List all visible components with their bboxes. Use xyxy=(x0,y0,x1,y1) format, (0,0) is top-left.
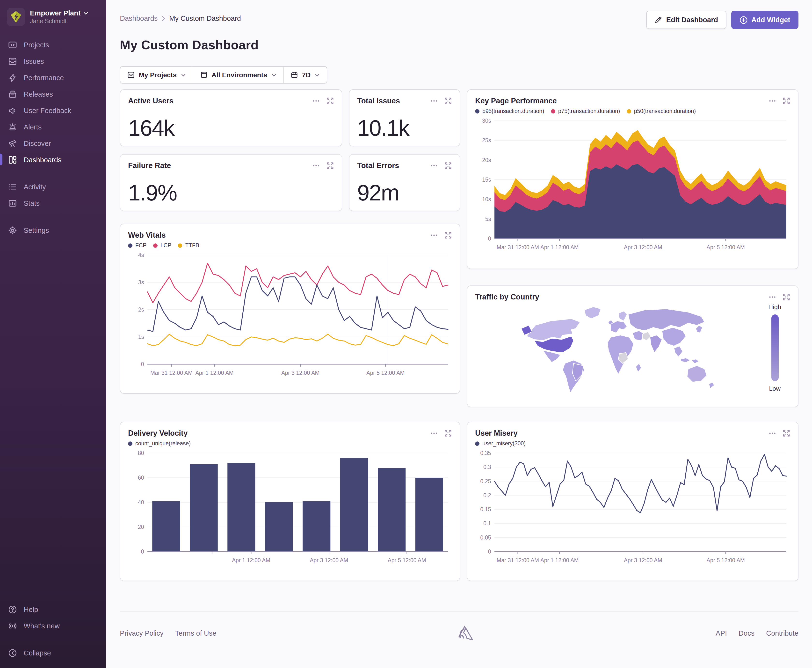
legend-label: TTFB xyxy=(185,242,199,248)
sidebar-item-user-feedback[interactable]: User Feedback xyxy=(0,102,106,119)
widget-menu-icon[interactable] xyxy=(430,231,439,240)
svg-text:0: 0 xyxy=(488,235,491,242)
sidebar-item-performance[interactable]: Performance xyxy=(0,70,106,86)
widget-title: Total Issues xyxy=(357,97,400,105)
sidebar-item-activity[interactable]: Activity xyxy=(0,179,106,195)
sentry-logo[interactable] xyxy=(458,625,474,641)
legend-dot xyxy=(551,109,555,113)
widget-menu-icon[interactable] xyxy=(768,293,777,301)
settings-icon xyxy=(8,225,17,235)
sidebar-item-help[interactable]: Help xyxy=(0,601,106,618)
sidebar-item-issues[interactable]: Issues xyxy=(0,53,106,70)
header-actions: Edit Dashboard Add Widget xyxy=(646,11,799,29)
legend-label: p75(transaction.duration) xyxy=(558,108,620,114)
sidebar-item-alerts[interactable]: Alerts xyxy=(0,119,106,135)
api-link[interactable]: API xyxy=(716,629,727,637)
sidebar-item-projects[interactable]: Projects xyxy=(0,37,106,53)
edit-dashboard-button[interactable]: Edit Dashboard xyxy=(646,11,726,29)
filter-bar: My Projects All Environments 7D xyxy=(120,66,327,84)
contribute-link[interactable]: Contribute xyxy=(766,629,799,637)
widget-menu-icon[interactable] xyxy=(312,97,320,105)
svg-text:0.1: 0.1 xyxy=(483,520,491,526)
widget-expand-icon[interactable] xyxy=(782,429,790,437)
sidebar-item-dashboards[interactable]: Dashboards xyxy=(0,152,106,168)
widget-menu-icon[interactable] xyxy=(430,161,439,170)
project-filter[interactable]: My Projects xyxy=(121,67,193,83)
widget-total-errors: Total Errors 92m xyxy=(349,154,460,211)
docs-link[interactable]: Docs xyxy=(738,629,755,637)
widget-expand-icon[interactable] xyxy=(782,97,790,105)
sidebar-item-label: Dashboards xyxy=(24,156,61,164)
map-legend-gradient xyxy=(771,314,779,381)
svg-text:Apr 5 12:00 AM: Apr 5 12:00 AM xyxy=(367,370,405,376)
privacy-policy-link[interactable]: Privacy Policy xyxy=(120,629,164,637)
widget-expand-icon[interactable] xyxy=(326,162,334,170)
user-misery-chart[interactable]: 00.050.10.150.20.250.30.35Mar 31 12:00 A… xyxy=(475,448,790,564)
date-range-filter[interactable]: 7D xyxy=(283,67,326,83)
widget-title: Total Errors xyxy=(357,161,399,170)
terms-of-use-link[interactable]: Terms of Use xyxy=(175,629,216,637)
svg-text:15s: 15s xyxy=(482,177,491,183)
sidebar-item-whats-new[interactable]: What's new xyxy=(0,618,106,634)
org-switcher[interactable]: Empower Plant Jane Schmidt xyxy=(0,0,106,35)
delivery-velocity-chart[interactable]: 020406080Apr 1 12:00 AMApr 3 12:00 AMApr… xyxy=(128,448,452,564)
svg-text:0: 0 xyxy=(488,548,491,555)
widget-menu-icon[interactable] xyxy=(768,97,777,105)
active-indicator xyxy=(0,154,2,165)
sidebar-item-collapse[interactable]: Collapse xyxy=(0,645,106,661)
svg-text:20s: 20s xyxy=(482,157,491,163)
projects-filter-icon xyxy=(127,71,135,79)
widget-expand-icon[interactable] xyxy=(444,429,452,437)
sidebar-item-releases[interactable]: Releases xyxy=(0,86,106,102)
stat-value: 92m xyxy=(357,180,452,206)
svg-text:0.05: 0.05 xyxy=(480,534,491,541)
breadcrumb-dashboards[interactable]: Dashboards xyxy=(120,15,157,22)
svg-text:30s: 30s xyxy=(482,118,491,124)
legend-label: LCP xyxy=(161,242,171,248)
legend-item: user_misery(300) xyxy=(475,441,526,446)
widget-expand-icon[interactable] xyxy=(444,97,452,105)
legend-item: FCP xyxy=(128,242,146,248)
web-vitals-chart[interactable]: 01s2s3s4sMar 31 12:00 AMApr 1 12:00 AMAp… xyxy=(128,250,452,377)
widget-user-misery: User Misery user_misery(300) 00.050.10.1… xyxy=(467,422,799,581)
widget-expand-icon[interactable] xyxy=(444,231,452,239)
svg-text:0: 0 xyxy=(141,361,144,367)
date-range-label: 7D xyxy=(302,71,311,79)
widget-menu-icon[interactable] xyxy=(430,97,439,105)
svg-text:2s: 2s xyxy=(138,306,144,313)
svg-text:Apr 1 12:00 AM: Apr 1 12:00 AM xyxy=(540,557,579,563)
legend-dot xyxy=(475,109,479,113)
country-indonesia-east xyxy=(691,359,699,364)
issues-icon xyxy=(8,57,17,66)
chevron-down-icon xyxy=(315,72,320,77)
widget-menu-icon[interactable] xyxy=(312,161,320,170)
add-widget-button[interactable]: Add Widget xyxy=(731,11,799,29)
svg-text:80: 80 xyxy=(138,450,144,456)
sidebar-item-label: What's new xyxy=(24,622,60,630)
svg-text:Apr 3 12:00 AM: Apr 3 12:00 AM xyxy=(624,244,662,250)
key-page-performance-chart[interactable]: 05s10s15s20s25s30sMar 31 12:00 AMApr 1 1… xyxy=(475,116,790,251)
svg-text:4s: 4s xyxy=(138,252,144,258)
widget-expand-icon[interactable] xyxy=(326,97,334,105)
calendar-icon xyxy=(290,71,298,79)
breadcrumb-current: My Custom Dashboard xyxy=(169,15,241,22)
sidebar-item-settings[interactable]: Settings xyxy=(0,222,106,239)
widget-menu-icon[interactable] xyxy=(430,429,439,438)
world-map[interactable] xyxy=(475,302,759,395)
nav-divider xyxy=(0,168,106,179)
environment-filter[interactable]: All Environments xyxy=(193,67,283,83)
svg-text:10s: 10s xyxy=(482,196,491,202)
widget-web-vitals: Web Vitals FCP LCP TTFB 01s2s3s4sMar 31 … xyxy=(120,224,460,394)
svg-text:Apr 3 12:00 AM: Apr 3 12:00 AM xyxy=(281,370,320,376)
map-legend-low: Low xyxy=(769,385,780,392)
widget-expand-icon[interactable] xyxy=(782,293,790,301)
window-icon xyxy=(200,71,208,79)
widget-expand-icon[interactable] xyxy=(444,162,452,170)
sidebar-item-stats[interactable]: Stats xyxy=(0,195,106,212)
sidebar-item-discover[interactable]: Discover xyxy=(0,135,106,152)
svg-text:Apr 5 12:00 AM: Apr 5 12:00 AM xyxy=(388,557,426,563)
country-se-asia xyxy=(674,346,683,357)
svg-text:0: 0 xyxy=(141,548,144,555)
widget-menu-icon[interactable] xyxy=(768,429,777,438)
widget-total-issues: Total Issues 10.1k xyxy=(349,89,460,146)
